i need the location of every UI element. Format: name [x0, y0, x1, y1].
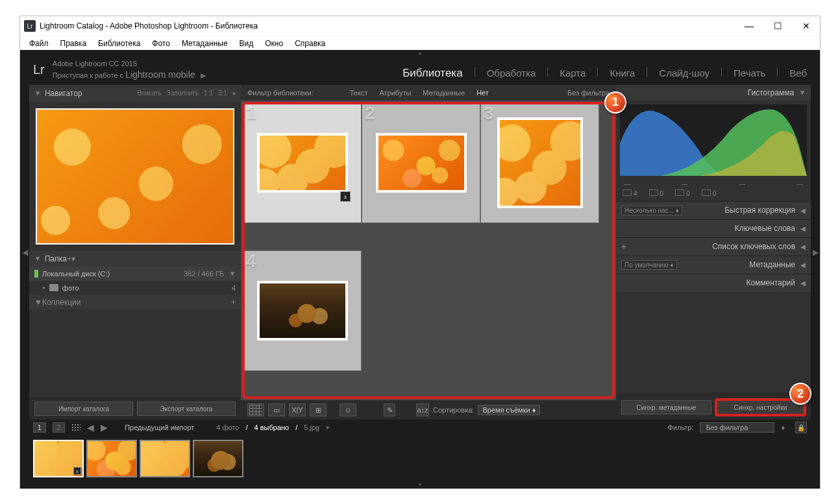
filmstrip-thumb[interactable]: [193, 440, 243, 477]
titlebar: Lr Lightroom Catalog - Adobe Photoshop L…: [20, 16, 820, 36]
bottom-collapse-icon[interactable]: ▼: [20, 482, 820, 488]
add-collection-icon[interactable]: +: [231, 298, 236, 307]
collections-header[interactable]: ▼ Коллекции +: [29, 295, 241, 309]
filter-lock-icon[interactable]: 🔒: [795, 422, 807, 433]
menu-library[interactable]: Библиотека: [93, 38, 145, 49]
loupe-view-button[interactable]: ▭: [268, 403, 285, 416]
thumbnail: [497, 117, 583, 208]
chevron-down-icon: ▼: [229, 270, 236, 277]
painter-button[interactable]: ✎: [384, 403, 395, 416]
left-collapse-icon[interactable]: ◀: [20, 85, 29, 420]
folder-item[interactable]: ● фото 4: [29, 281, 241, 295]
sort-select[interactable]: Время съёмки ♦: [478, 405, 540, 415]
right-collapse-icon[interactable]: ▶: [811, 85, 820, 420]
top-collapse-icon[interactable]: ▲: [20, 50, 820, 56]
histogram-info: ------------: [616, 180, 811, 188]
left-panel: ▼ Навигатор Вписать Заполнить 1:1 3:1 ♦ …: [29, 85, 241, 420]
filmstrip-filter-label: Фильтр:: [667, 424, 693, 431]
filter-metadata[interactable]: Метаданные: [423, 89, 465, 97]
zoom-menu-icon[interactable]: ♦: [232, 90, 236, 97]
play-icon[interactable]: ▶: [201, 71, 206, 79]
drive-row[interactable]: Локальный диск (C:) 382 / 466 ГБ ▼: [29, 267, 241, 281]
zoom-fit[interactable]: Вписать: [137, 90, 162, 97]
filter-none[interactable]: Нет: [476, 89, 489, 97]
zoom-1to1[interactable]: 1:1: [204, 90, 213, 97]
folder-icon: [49, 284, 58, 291]
chevron-left-icon: ◀: [800, 225, 806, 232]
filmstrip-filter-select[interactable]: Без фильтра: [700, 422, 774, 433]
filter-preset[interactable]: Без фильтра: [567, 89, 610, 97]
module-web[interactable]: Веб: [789, 67, 807, 80]
thumbnail-grid: 1 ± 2 3 4: [243, 102, 614, 398]
chevron-down-icon: ▼: [799, 89, 806, 96]
menu-photo[interactable]: Фото: [147, 38, 175, 49]
compare-view-button[interactable]: X|Y: [289, 403, 306, 416]
develop-badge-icon: ±: [73, 467, 81, 475]
people-view-button[interactable]: ☺: [340, 403, 356, 416]
menu-view[interactable]: Вид: [234, 38, 259, 49]
chevron-down-icon: ▼: [34, 90, 41, 97]
zoom-fill[interactable]: Заполнить: [167, 90, 199, 97]
module-map[interactable]: Карта: [560, 67, 586, 80]
filter-attributes[interactable]: Атрибуты: [379, 89, 411, 97]
module-picker: Библиотека Обработка Карта Книга Слайд-ш…: [402, 67, 807, 81]
chevron-left-icon: ◀: [800, 207, 806, 214]
grid-view-button[interactable]: [247, 403, 264, 416]
sync-settings-button[interactable]: Синхр. настройки 2: [715, 400, 806, 414]
keywords-header[interactable]: Ключевые слова ◀: [616, 219, 811, 237]
grid-cell[interactable]: 1 ±: [243, 102, 362, 223]
app-icon: Lr: [24, 20, 36, 32]
close-button[interactable]: ✕: [797, 18, 816, 34]
app-window: Lr Lightroom Catalog - Adobe Photoshop L…: [19, 16, 821, 489]
filmstrip-thumb[interactable]: ±: [33, 440, 84, 477]
grid-cell[interactable]: 3: [480, 102, 599, 223]
module-print[interactable]: Печать: [734, 67, 765, 80]
export-catalog-button[interactable]: Экспорт каталога: [137, 402, 236, 416]
menu-help[interactable]: Справка: [290, 38, 330, 49]
menu-edit[interactable]: Правка: [55, 38, 92, 49]
menu-metadata[interactable]: Метаданные: [177, 38, 233, 49]
comment-header[interactable]: Комментарий ◀: [616, 274, 811, 292]
minimize-button[interactable]: —: [739, 18, 759, 34]
metadata-header[interactable]: По умолчанию ♦ Метаданные ◀: [616, 256, 811, 274]
identity-plate: Lr Adobe Lightroom CC 2015 Приступая к р…: [20, 56, 820, 85]
module-book[interactable]: Книга: [610, 67, 635, 80]
source-label[interactable]: Предыдущий импорт: [125, 424, 194, 431]
bullet-icon: ●: [42, 285, 45, 291]
maximize-button[interactable]: ☐: [768, 18, 787, 34]
sort-direction-button[interactable]: a↕z: [416, 403, 429, 416]
quick-develop-preset-select[interactable]: Несколько нас... ♦: [621, 206, 682, 215]
keyword-list-header[interactable]: + Список ключевых слов ◀: [616, 237, 811, 256]
jump-grid-icon[interactable]: [71, 424, 80, 431]
monitor-2-button[interactable]: 2: [53, 422, 66, 433]
module-slideshow[interactable]: Слайд-шоу: [659, 67, 710, 80]
menu-file[interactable]: Файл: [24, 38, 54, 49]
thumbnail: [257, 281, 348, 341]
histogram-header[interactable]: Гистограмма ▼: [616, 85, 811, 101]
module-library[interactable]: Библиотека: [402, 67, 462, 81]
module-develop[interactable]: Обработка: [487, 67, 536, 80]
import-catalog-button[interactable]: Импорт каталога: [34, 402, 133, 416]
grid-cell[interactable]: 4: [243, 250, 362, 371]
add-keyword-icon[interactable]: +: [621, 241, 626, 252]
filter-text[interactable]: Текст: [350, 89, 368, 97]
quick-develop-header[interactable]: Несколько нас... ♦ Быстрая коррекция ◀: [616, 201, 811, 219]
histogram[interactable]: [620, 104, 807, 176]
add-folder-icon[interactable]: +▾: [67, 254, 75, 263]
metadata-preset-select[interactable]: По умолчанию ♦: [621, 260, 677, 270]
monitor-1-button[interactable]: 1: [33, 422, 46, 433]
chevron-left-icon: ◀: [800, 280, 806, 287]
zoom-3to1[interactable]: 3:1: [218, 90, 227, 97]
center-panel: Фильтр библиотеки: Текст Атрибуты Метада…: [241, 85, 616, 420]
menu-window[interactable]: Окно: [260, 38, 288, 49]
filmstrip-thumb[interactable]: [86, 440, 137, 477]
sync-metadata-button[interactable]: Синхр. метаданные: [621, 400, 711, 414]
filmstrip-thumb[interactable]: [140, 440, 190, 477]
navigator-header[interactable]: ▼ Навигатор Вписать Заполнить 1:1 3:1 ♦: [29, 85, 241, 102]
nav-back-icon[interactable]: ◀: [87, 422, 94, 433]
grid-cell[interactable]: 2: [362, 102, 480, 223]
nav-forward-icon[interactable]: ▶: [101, 422, 108, 433]
survey-view-button[interactable]: ⊞: [310, 403, 327, 416]
folders-header[interactable]: ▼ Папка +▾: [29, 251, 241, 267]
navigator-preview[interactable]: [36, 108, 234, 245]
